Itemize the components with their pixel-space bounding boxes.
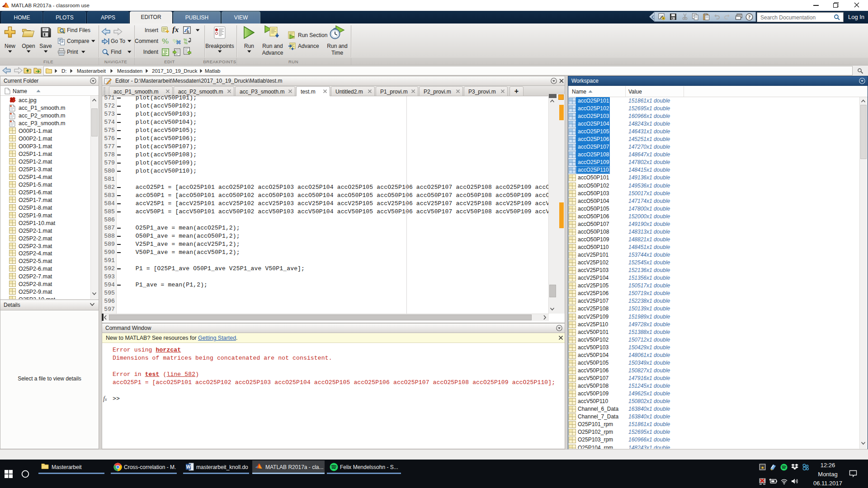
- svg-text:fi: fi: [187, 29, 189, 34]
- svg-text:?: ?: [748, 14, 751, 19]
- svg-text:W: W: [186, 465, 191, 469]
- svg-text:%: %: [162, 37, 169, 45]
- svg-text:%: %: [184, 41, 188, 45]
- svg-text:fx: fx: [172, 26, 179, 33]
- svg-text:★: ★: [760, 465, 764, 470]
